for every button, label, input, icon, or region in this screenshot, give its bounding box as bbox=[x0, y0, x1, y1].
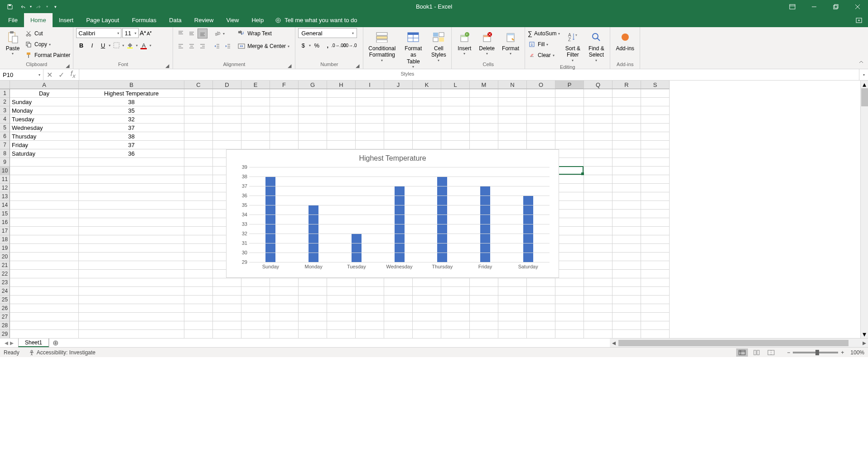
delete-cells-button[interactable]: Delete▾ bbox=[476, 28, 497, 58]
row-header-25[interactable]: 25 bbox=[0, 296, 10, 304]
cell-H1[interactable] bbox=[327, 89, 356, 98]
row-header-15[interactable]: 15 bbox=[0, 210, 10, 218]
cell-F25[interactable] bbox=[270, 296, 299, 304]
row-header-28[interactable]: 28 bbox=[0, 321, 10, 330]
cell-J7[interactable] bbox=[384, 141, 413, 149]
cell-P23[interactable] bbox=[555, 278, 584, 287]
cell-G2[interactable] bbox=[299, 98, 327, 106]
cell-Q29[interactable] bbox=[584, 330, 612, 338]
cell-I1[interactable] bbox=[356, 89, 384, 98]
cell-F3[interactable] bbox=[270, 106, 299, 115]
conditional-formatting-button[interactable]: ConditionalFormatting▾ bbox=[366, 28, 398, 64]
cell-A1[interactable]: Day bbox=[10, 89, 79, 98]
copy-button[interactable]: Copy ▾ bbox=[24, 39, 70, 50]
expand-formula-bar-button[interactable]: ▾ bbox=[859, 69, 868, 80]
cell-B1[interactable]: Highest Temperature bbox=[79, 89, 184, 98]
cell-J5[interactable] bbox=[384, 124, 413, 132]
cell-Q15[interactable] bbox=[584, 210, 612, 218]
cell-A14[interactable] bbox=[10, 201, 79, 210]
cell-P6[interactable] bbox=[555, 132, 584, 141]
cell-Q23[interactable] bbox=[584, 278, 612, 287]
cell-C10[interactable] bbox=[184, 167, 213, 175]
cell-A7[interactable]: Friday bbox=[10, 141, 79, 149]
cell-C29[interactable] bbox=[184, 330, 213, 338]
cell-R19[interactable] bbox=[612, 244, 641, 253]
cell-G23[interactable] bbox=[299, 278, 327, 287]
cell-H24[interactable] bbox=[327, 287, 356, 296]
cell-M3[interactable] bbox=[470, 106, 498, 115]
horizontal-scrollbar[interactable]: ◂ ▸ bbox=[610, 339, 868, 347]
cell-A23[interactable] bbox=[10, 278, 79, 287]
cell-Q3[interactable] bbox=[584, 106, 612, 115]
cell-R17[interactable] bbox=[612, 227, 641, 235]
row-header-2[interactable]: 2 bbox=[0, 98, 10, 106]
cell-S3[interactable] bbox=[641, 106, 670, 115]
cell-R27[interactable] bbox=[612, 313, 641, 321]
cell-J6[interactable] bbox=[384, 132, 413, 141]
cell-D3[interactable] bbox=[213, 106, 241, 115]
cell-K6[interactable] bbox=[413, 132, 441, 141]
cell-Q10[interactable] bbox=[584, 167, 612, 175]
cell-C3[interactable] bbox=[184, 106, 213, 115]
cell-G28[interactable] bbox=[299, 321, 327, 330]
cell-P11[interactable] bbox=[555, 175, 584, 184]
column-header-J[interactable]: J bbox=[384, 81, 413, 89]
cell-A10[interactable] bbox=[10, 167, 79, 175]
cell-O29[interactable] bbox=[527, 330, 555, 338]
cell-A13[interactable] bbox=[10, 192, 79, 201]
cell-R13[interactable] bbox=[612, 192, 641, 201]
collapse-ribbon-button[interactable] bbox=[858, 59, 864, 67]
cell-P7[interactable] bbox=[555, 141, 584, 149]
cell-F2[interactable] bbox=[270, 98, 299, 106]
align-top-button[interactable] bbox=[176, 29, 186, 38]
cell-O5[interactable] bbox=[527, 124, 555, 132]
cell-K3[interactable] bbox=[413, 106, 441, 115]
cell-L24[interactable] bbox=[441, 287, 470, 296]
cell-S28[interactable] bbox=[641, 321, 670, 330]
cell-M27[interactable] bbox=[470, 313, 498, 321]
autosum-button[interactable]: ∑AutoSum▾ bbox=[528, 28, 560, 39]
cell-S2[interactable] bbox=[641, 98, 670, 106]
cell-M29[interactable] bbox=[470, 330, 498, 338]
column-header-D[interactable]: D bbox=[213, 81, 241, 89]
cell-I3[interactable] bbox=[356, 106, 384, 115]
cell-F1[interactable] bbox=[270, 89, 299, 98]
cell-M24[interactable] bbox=[470, 287, 498, 296]
cell-H6[interactable] bbox=[327, 132, 356, 141]
cell-P17[interactable] bbox=[555, 227, 584, 235]
increase-font-button[interactable]: A▴ bbox=[140, 29, 145, 37]
cell-S15[interactable] bbox=[641, 210, 670, 218]
cell-O27[interactable] bbox=[527, 313, 555, 321]
cell-B17[interactable] bbox=[79, 227, 184, 235]
cell-H29[interactable] bbox=[327, 330, 356, 338]
cell-J24[interactable] bbox=[384, 287, 413, 296]
cell-P15[interactable] bbox=[555, 210, 584, 218]
cell-D29[interactable] bbox=[213, 330, 241, 338]
cell-R5[interactable] bbox=[612, 124, 641, 132]
zoom-out-button[interactable]: − bbox=[787, 349, 790, 356]
cell-D1[interactable] bbox=[213, 89, 241, 98]
row-header-23[interactable]: 23 bbox=[0, 278, 10, 287]
cell-J23[interactable] bbox=[384, 278, 413, 287]
cell-A25[interactable] bbox=[10, 296, 79, 304]
cell-R3[interactable] bbox=[612, 106, 641, 115]
row-header-29[interactable]: 29 bbox=[0, 330, 10, 338]
cell-I26[interactable] bbox=[356, 304, 384, 313]
cell-E26[interactable] bbox=[241, 304, 270, 313]
decrease-font-button[interactable]: A▾ bbox=[147, 30, 152, 36]
wrap-text-button[interactable]: ab Wrap Text bbox=[237, 28, 289, 39]
cell-P8[interactable] bbox=[555, 149, 584, 158]
cell-Q11[interactable] bbox=[584, 175, 612, 184]
cell-S7[interactable] bbox=[641, 141, 670, 149]
align-bottom-button[interactable] bbox=[198, 29, 207, 38]
row-header-11[interactable]: 11 bbox=[0, 175, 10, 184]
cell-D5[interactable] bbox=[213, 124, 241, 132]
tab-review[interactable]: Review bbox=[188, 13, 220, 27]
cell-F5[interactable] bbox=[270, 124, 299, 132]
decrease-indent-button[interactable] bbox=[212, 41, 222, 51]
cell-L4[interactable] bbox=[441, 115, 470, 124]
cell-R25[interactable] bbox=[612, 296, 641, 304]
chart-bar-Tuesday[interactable] bbox=[352, 234, 362, 262]
align-left-button[interactable] bbox=[176, 41, 186, 51]
cell-C7[interactable] bbox=[184, 141, 213, 149]
